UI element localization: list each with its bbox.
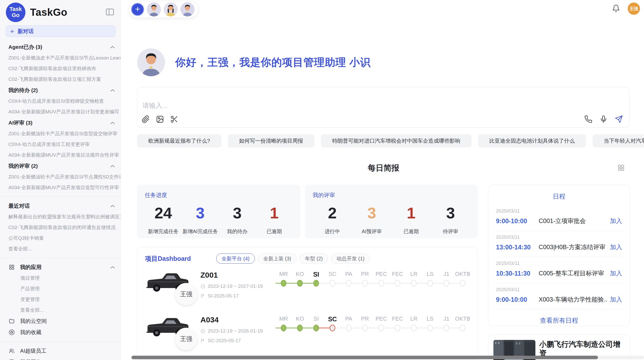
project-flag: SC-2025-05-17: [200, 338, 275, 343]
sidebar-item[interactable]: 变更管理: [0, 294, 121, 305]
milestone-label: LS: [422, 316, 438, 323]
sidebar-item[interactable]: A034-全新新能源MUV产品开发项目法规符合性评审: [0, 150, 121, 160]
dashboard-filters: 全新平台 (4)全新上装 (3)年型 (2)动总开发 (1): [216, 253, 373, 264]
project-flag-text: SC-2025-05-17: [208, 338, 241, 343]
image-icon: [156, 115, 164, 123]
brief-card-title: 我的评审: [313, 191, 470, 199]
screenshot-button[interactable]: [170, 115, 179, 124]
sidebar-section-header[interactable]: Agent已办 (3): [0, 41, 121, 53]
paperclip-icon: [142, 115, 150, 123]
project-code: A034: [200, 316, 275, 324]
sidebar-tool-people[interactable]: AI超级员工: [0, 345, 121, 356]
sidebar-item[interactable]: 公司Q3轻卡销量: [0, 233, 121, 244]
favorites-star-icon: [8, 329, 15, 336]
dashboard-filter-pill[interactable]: 动总开发 (1): [331, 253, 370, 264]
sidebar-collapse-button[interactable]: [104, 7, 115, 18]
sidebar-item[interactable]: C02-飞腾新能源轻客改款项目的闭环通告反馈情况: [0, 222, 121, 233]
sidebar-link-cloud[interactable]: 我的云空间: [0, 316, 121, 327]
new-chat-label: 新对话: [18, 28, 34, 35]
sidebar-section-header[interactable]: AI评审 (3): [0, 117, 121, 128]
suggestion-chip[interactable]: 当下年轻人对汽车外观有怎样的喜好趋势: [593, 134, 644, 147]
milestone-label: OKTB: [455, 271, 471, 278]
sidebar-item[interactable]: 解释最新出台的欧盟报废车法规再生塑料比例被调至15%...: [0, 212, 121, 222]
dashboard-title: 项目Dashboard: [145, 254, 213, 263]
join-meeting-link[interactable]: 加入: [610, 295, 622, 304]
sidebar-tool-label: 帮我写作: [20, 358, 41, 360]
milestone-label: OKTB: [455, 316, 471, 323]
flag-icon: [200, 338, 205, 343]
stat-label: 已逾期: [391, 228, 431, 235]
sidebar-section-header[interactable]: 我的应用: [0, 262, 121, 273]
suggestion-chip[interactable]: 欧洲新规最近颁布了什么?: [137, 134, 221, 147]
insert-image-button[interactable]: [156, 115, 164, 124]
brief-layout-button[interactable]: [617, 164, 625, 172]
sidebar-item[interactable]: 查看全部...: [0, 305, 121, 316]
sidebar-tool-write[interactable]: 帮我写作: [0, 356, 121, 360]
panel-collapse-icon: [105, 7, 115, 17]
sidebar-item[interactable]: C0X4-动力总成开发项目SI里程碑提交物检查: [0, 96, 121, 107]
dashboard-filter-pill[interactable]: 年型 (2): [300, 253, 328, 264]
schedule-time: 9:00-10:00: [496, 217, 539, 225]
join-meeting-link[interactable]: 加入: [610, 269, 622, 277]
project-milestones: MRKOSISCPAPRPECFECLRLSJ1OKTB: [275, 270, 478, 308]
schedule-time: 10:30-11:30: [496, 270, 539, 277]
sidebar-header: Task Go TaskGo: [0, 0, 121, 24]
apps-grid-icon: [8, 264, 15, 271]
writing-helper-icon: [8, 359, 15, 360]
brief-card: 任务进度24新增完成任务3新增AI完成任务3我的待办1已逾期: [137, 185, 300, 238]
sidebar-item[interactable]: Z001-全新燃油皮卡产品开发项目SI节点Lesson Learn报告: [0, 53, 121, 63]
send-button[interactable]: [614, 115, 623, 124]
new-chat-button[interactable]: + 新对话: [6, 25, 115, 37]
project-flag: SI-2025-05-17: [200, 293, 275, 299]
milestone-labels: MRKOSISCPAPRPECFECLRLSJ1OKTB: [275, 271, 478, 278]
sidebar-link-star[interactable]: 我的收藏: [0, 327, 121, 338]
sidebar-item[interactable]: C02-飞腾新能源轻客改款项目里程碑画布: [0, 63, 121, 74]
sidebar-section-header[interactable]: 我的评审 (2): [0, 160, 121, 172]
sidebar-item[interactable]: A034-全新新能源MUV产品开发项目造型可行性评审: [0, 182, 121, 193]
join-meeting-link[interactable]: 加入: [610, 243, 622, 251]
view-all-schedule-link[interactable]: 查看所有日程: [538, 316, 580, 325]
dashboard-filter-pill[interactable]: 全新上装 (3): [258, 253, 297, 264]
brief-card-title: 任务进度: [145, 191, 293, 199]
dashboard-filter-pill[interactable]: 全新平台 (4): [216, 253, 255, 264]
message-input[interactable]: [142, 101, 550, 110]
stat-label: AI预评审: [352, 228, 391, 235]
stat-value: 1: [391, 204, 431, 222]
sidebar-item[interactable]: 产品管理: [0, 283, 121, 294]
project-info: A0342023-12-19 ~ 2026-01-19SC-2025-05-17: [200, 315, 275, 353]
schedule-row: 9:00-10:00X003-车辆动力学性能验...加入: [496, 295, 622, 304]
sidebar-item[interactable]: 项目管理: [0, 273, 121, 283]
sidebar-item[interactable]: Z001-全新燃油轻卡产品开发项目SI节点属性5D文件评审: [0, 172, 121, 182]
schedule-event-name: X003-车辆动力学性能验...: [539, 295, 607, 304]
schedule-card: 日程 2025/03/119:00-10:00C001-立项审批会加入2025/…: [488, 185, 630, 326]
clock-icon: [200, 284, 205, 289]
microphone-button[interactable]: [599, 115, 608, 124]
voice-call-button[interactable]: [584, 115, 593, 124]
join-meeting-link[interactable]: 加入: [610, 217, 622, 225]
project-info: Z0012023-12-19 ~ 2027-01-19SI-2025-05-17: [200, 270, 275, 308]
sidebar-item[interactable]: Z001-全新燃油轻卡产品开发项目SI造型提交物评审: [0, 128, 121, 139]
schedule-event-name: C005-整车工程目标评审: [539, 269, 607, 277]
suggestion-chip[interactable]: 比亚迪全固态电池计划具体说了什么: [478, 134, 586, 147]
app-root: Task Go TaskGo + 新对话 Agent已办 (3)Z001-全新燃…: [0, 0, 644, 360]
app-title: TaskGo: [30, 7, 104, 18]
milestone-label: LR: [406, 271, 422, 278]
sidebar-section-header[interactable]: 我的待办 (2): [0, 85, 121, 96]
scrollbar-thumb[interactable]: [131, 356, 598, 359]
schedule-time: 13:00-14:30: [496, 244, 539, 251]
sidebar-item[interactable]: C0X4-动力总成开发项目工程变更评审: [0, 139, 121, 150]
sidebar-section-header[interactable]: 最近对话: [0, 200, 121, 212]
sidebar-item[interactable]: C02-飞腾新能源轻客改款项目立项汇报方案: [0, 74, 121, 85]
sidebar-item[interactable]: A034-全新新能源MUV产品开发项目计划变更表编写: [0, 107, 121, 117]
stat: 1已逾期: [391, 204, 431, 235]
greeting-text: 你好，王强，我是你的项目管理助理 小识: [175, 55, 371, 69]
attach-file-button[interactable]: [141, 115, 150, 124]
sidebar-item[interactable]: 查看全部...: [0, 244, 121, 254]
suggestion-chip[interactable]: 特朗普可能对进口汽车增税会对中国车企造成哪些影响: [321, 134, 472, 147]
schedule-date: 2025/03/11: [496, 287, 622, 292]
stat-value: 24: [145, 204, 182, 222]
milestone-label: PR: [357, 316, 373, 323]
schedule-title: 日程: [488, 192, 630, 201]
suggestion-chip[interactable]: 如何写一份清晰的项目周报: [228, 134, 314, 147]
chevron-up-icon: [110, 266, 115, 269]
